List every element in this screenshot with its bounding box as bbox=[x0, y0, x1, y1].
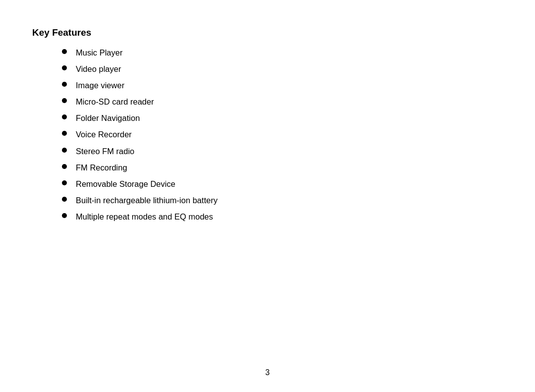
bullet-icon bbox=[62, 213, 67, 218]
bullet-icon bbox=[62, 148, 67, 153]
list-item-fm-recording: FM Recording bbox=[62, 162, 503, 173]
bullet-icon bbox=[62, 164, 67, 169]
bullet-icon bbox=[62, 197, 67, 202]
list-item-text: Music Player bbox=[76, 47, 122, 58]
list-item-image-viewer: Image viewer bbox=[62, 80, 503, 91]
features-list: Music PlayerVideo playerImage viewerMicr… bbox=[62, 47, 503, 223]
page-number: 3 bbox=[266, 368, 270, 377]
bullet-icon bbox=[62, 65, 67, 70]
bullet-icon bbox=[62, 49, 67, 54]
list-item-repeat-modes: Multiple repeat modes and EQ modes bbox=[62, 211, 503, 223]
list-item-music-player: Music Player bbox=[62, 47, 503, 58]
bullet-icon bbox=[62, 131, 67, 136]
list-item-text: Image viewer bbox=[76, 80, 124, 91]
list-item-text: FM Recording bbox=[76, 162, 127, 173]
list-item-micro-sd: Micro-SD card reader bbox=[62, 96, 503, 108]
list-item-text: Voice Recorder bbox=[76, 129, 132, 140]
bullet-icon bbox=[62, 98, 67, 103]
list-item-voice-recorder: Voice Recorder bbox=[62, 129, 503, 140]
section-title: Key Features bbox=[32, 27, 503, 38]
list-item-text: Built-in rechargeable lithium-ion batter… bbox=[76, 195, 217, 206]
page-content: Key Features Music PlayerVideo playerIma… bbox=[0, 0, 535, 247]
list-item-text: Removable Storage Device bbox=[76, 178, 175, 190]
list-item-text: Multiple repeat modes and EQ modes bbox=[76, 211, 213, 223]
list-item-text: Folder Navigation bbox=[76, 112, 140, 124]
bullet-icon bbox=[62, 82, 67, 87]
bullet-icon bbox=[62, 180, 67, 185]
list-item-text: Video player bbox=[76, 63, 121, 75]
list-item-text: Stereo FM radio bbox=[76, 146, 134, 157]
list-item-battery: Built-in rechargeable lithium-ion batter… bbox=[62, 195, 503, 206]
list-item-folder-nav: Folder Navigation bbox=[62, 112, 503, 124]
list-item-removable-storage: Removable Storage Device bbox=[62, 178, 503, 190]
bullet-icon bbox=[62, 114, 67, 119]
list-item-stereo-fm: Stereo FM radio bbox=[62, 146, 503, 157]
list-item-text: Micro-SD card reader bbox=[76, 96, 154, 108]
list-item-video-player: Video player bbox=[62, 63, 503, 75]
